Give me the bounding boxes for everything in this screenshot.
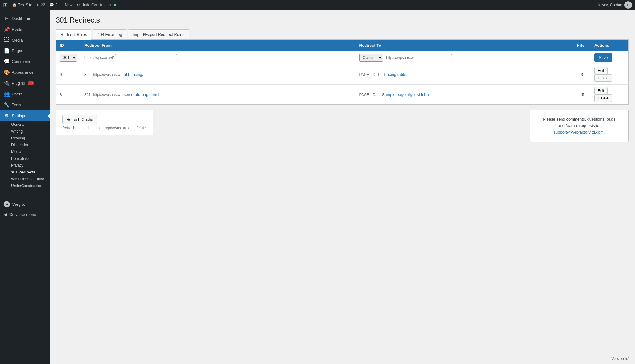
row-code: 301 bbox=[84, 93, 91, 97]
plugins-badge: 19 bbox=[28, 81, 34, 85]
posts-icon: 📌 bbox=[4, 26, 9, 32]
house-icon: 🏠 bbox=[12, 3, 17, 7]
support-text-1: Please send comments, questions, bugs bbox=[543, 117, 615, 121]
page-title: 301 Redirects bbox=[56, 16, 629, 24]
online-indicator bbox=[114, 4, 116, 6]
tools-icon: 🔧 bbox=[4, 102, 9, 108]
table-row: 8 301 https://wpsaas.wt/ some-old-page.h… bbox=[56, 85, 629, 105]
comments-item[interactable]: 💬 0 bbox=[49, 3, 57, 7]
version-text: Version 5.1 bbox=[611, 357, 630, 361]
redirect-table: ID Redirect From Redirect To Hits Action… bbox=[56, 40, 629, 105]
table-row: 9 302 https://wpsaas.wt/ old-pricing/ PA… bbox=[56, 64, 629, 85]
sidebar-item-posts[interactable]: 📌 Posts bbox=[0, 24, 50, 35]
edit-button[interactable]: Edit bbox=[594, 67, 608, 74]
sidebar-item-weglot[interactable]: W Weglot bbox=[0, 199, 50, 210]
sidebar-item-comments[interactable]: 💬 Comments bbox=[0, 56, 50, 67]
from-path-input[interactable] bbox=[115, 54, 177, 61]
sidebar-sub-discussion[interactable]: Discussion bbox=[0, 142, 50, 148]
sidebar-item-tools[interactable]: 🔧 Tools bbox=[0, 99, 50, 110]
support-email-link[interactable]: support@webfactoryltd.com bbox=[554, 130, 604, 134]
tab-redirect-rules[interactable]: Redirect Rules bbox=[56, 29, 91, 40]
from-path-link[interactable]: some-old-page.html bbox=[124, 92, 159, 97]
sidebar-item-appearance[interactable]: 🎨 Appearance bbox=[0, 67, 50, 78]
new-item[interactable]: + New bbox=[62, 3, 72, 7]
th-from: Redirect From bbox=[81, 40, 356, 51]
comments-icon: 💬 bbox=[49, 3, 54, 7]
site-name[interactable]: 🏠 Test Site bbox=[12, 3, 32, 7]
comments-icon: 💬 bbox=[4, 59, 9, 64]
plugins-icon: 🔌 bbox=[4, 80, 9, 86]
refresh-cache-description: Refresh the cache if the dropdowns are o… bbox=[62, 126, 147, 130]
row-number: 9 bbox=[60, 72, 62, 77]
delete-button[interactable]: Delete bbox=[594, 94, 612, 102]
sidebar-item-plugins[interactable]: 🔌 Plugins 19 bbox=[0, 78, 50, 89]
media-icon: 🖼 bbox=[4, 37, 9, 43]
from-path-link[interactable]: old-pricing/ bbox=[124, 72, 144, 77]
wp-logo[interactable]: ⊞ bbox=[3, 2, 8, 8]
tab-import-export[interactable]: Import/Export Redirect Rules bbox=[128, 29, 189, 39]
refresh-cache-button[interactable]: Refresh Cache bbox=[62, 115, 97, 124]
sidebar-sub-htaccess[interactable]: WP Htaccess Editor bbox=[0, 176, 50, 182]
row-code: 302 bbox=[84, 72, 91, 77]
settings-icon: ⚙ bbox=[4, 113, 9, 119]
pages-icon: 📄 bbox=[4, 48, 9, 54]
redirect-to-input[interactable] bbox=[384, 54, 452, 61]
from-url-prefix: https://wpsaas.wt/ bbox=[84, 55, 114, 60]
sidebar-sub-privacy[interactable]: Privacy bbox=[0, 162, 50, 169]
from-prefix: https://wpsaas.wt/ bbox=[93, 72, 122, 77]
collapse-menu[interactable]: ◀ Collapse menu bbox=[0, 210, 50, 219]
sidebar-sub-permalinks[interactable]: Permalinks bbox=[0, 155, 50, 162]
plugin-item[interactable]: ⚙ UnderConstruction bbox=[77, 3, 116, 7]
edit-button[interactable]: Edit bbox=[594, 87, 608, 94]
row-number: 8 bbox=[60, 93, 62, 97]
sidebar-item-settings[interactable]: ⚙ Settings bbox=[0, 110, 50, 121]
new-redirect-row: 301 302 https://wpsaas.wt/ Custom Page P… bbox=[56, 51, 629, 64]
sidebar-item-media[interactable]: 🖼 Media bbox=[0, 35, 50, 45]
sidebar-sub-reading[interactable]: Reading bbox=[0, 135, 50, 142]
appearance-icon: 🎨 bbox=[4, 69, 9, 75]
sidebar-item-users[interactable]: 👥 Users bbox=[0, 89, 50, 99]
sidebar-sub-general[interactable]: General bbox=[0, 121, 50, 128]
weglot-icon: W bbox=[4, 201, 10, 207]
to-page-link[interactable]: Sample page, right sidebar bbox=[382, 92, 430, 97]
updates-item[interactable]: ↻ 22 bbox=[37, 3, 45, 7]
howdy-text[interactable]: Howdy, Gordan G bbox=[597, 1, 632, 9]
refresh-cache-box: Refresh Cache Refresh the cache if the d… bbox=[56, 110, 153, 135]
sidebar-sub-media[interactable]: Media bbox=[0, 148, 50, 155]
save-redirect-button[interactable]: Save bbox=[594, 53, 612, 62]
sidebar-sub-writing[interactable]: Writing bbox=[0, 128, 50, 135]
th-to: Redirect To bbox=[356, 40, 573, 51]
to-id-label: ID: 15 bbox=[372, 72, 382, 77]
redirect-type-select[interactable]: Custom Page Post bbox=[359, 54, 383, 62]
main-content: 301 Redirects Redirect Rules 404 Error L… bbox=[50, 10, 635, 364]
support-text-2: and feature requests to: bbox=[558, 123, 600, 128]
collapse-icon: ◀ bbox=[4, 212, 7, 217]
th-hits: Hits bbox=[573, 40, 591, 51]
sidebar-item-pages[interactable]: 📄 Pages bbox=[0, 45, 50, 56]
tabs-container: Redirect Rules 404 Error Log Import/Expo… bbox=[56, 29, 629, 40]
updates-icon: ↻ bbox=[37, 3, 40, 7]
support-box: Please send comments, questions, bugs an… bbox=[530, 110, 629, 142]
dashboard-icon: ⊞ bbox=[4, 15, 9, 21]
hits-count: 45 bbox=[573, 85, 591, 105]
sidebar-item-dashboard[interactable]: ⊞ Dashboard bbox=[0, 13, 50, 24]
topbar: ⊞ 🏠 Test Site ↻ 22 💬 0 + New ⚙ UnderCons… bbox=[0, 0, 635, 10]
th-actions: Actions bbox=[591, 40, 629, 51]
users-icon: 👥 bbox=[4, 91, 9, 97]
to-page-link[interactable]: Pricing table bbox=[384, 72, 406, 77]
to-id-label: ID: 4 bbox=[372, 93, 380, 97]
below-table-area: Refresh Cache Refresh the cache if the d… bbox=[56, 105, 629, 142]
plugin-icon: ⚙ bbox=[77, 3, 80, 7]
sidebar-sub-redirects[interactable]: 301 Redirects bbox=[0, 169, 50, 176]
avatar: G bbox=[624, 1, 632, 9]
to-type-label: PAGE bbox=[359, 93, 369, 97]
hits-count: 3 bbox=[573, 64, 591, 85]
delete-button[interactable]: Delete bbox=[594, 74, 612, 82]
tab-404-error-log[interactable]: 404 Error Log bbox=[93, 29, 127, 39]
to-type-label: PAGE bbox=[359, 72, 369, 77]
redirect-code-select[interactable]: 301 302 bbox=[60, 54, 77, 62]
from-prefix: https://wpsaas.wt/ bbox=[93, 93, 122, 97]
sidebar: ⊞ Dashboard 📌 Posts 🖼 Media 📄 Pages 💬 Co… bbox=[0, 10, 50, 364]
th-id: ID bbox=[56, 40, 81, 51]
sidebar-sub-underconstruction[interactable]: UnderConstruction bbox=[0, 182, 50, 189]
